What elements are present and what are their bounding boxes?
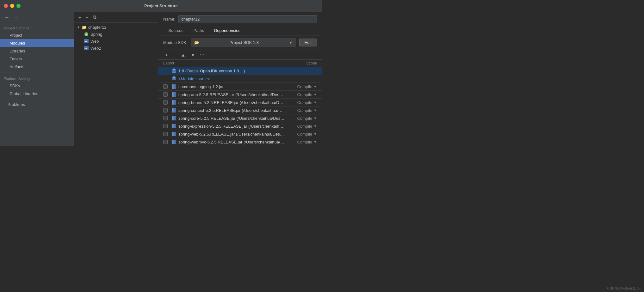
- dep-spring-core-scope: Compile ▼: [285, 116, 317, 121]
- tree-item-web[interactable]: W Web: [74, 38, 158, 45]
- scope-dropdown-arrow: ▼: [313, 100, 317, 104]
- dep-spring-core-checkbox[interactable]: [163, 116, 168, 120]
- dep-commons-name: commons-logging-1.2.jar: [178, 84, 285, 89]
- dep-row-jdk[interactable]: 1.8 (Oracle OpenJDK version 1.8....): [158, 67, 322, 75]
- dep-spring-webmvc-scope: Compile ▼: [285, 140, 317, 144]
- tree-expand-arrow: ▼: [77, 26, 80, 29]
- forward-button[interactable]: →: [13, 14, 20, 21]
- sidebar-item-facets[interactable]: Facets: [0, 55, 74, 63]
- sidebar-item-modules[interactable]: Modules: [0, 39, 74, 47]
- svg-text:W: W: [84, 40, 87, 43]
- dep-spring-beans-scope: Compile ▼: [285, 100, 317, 105]
- spring-icon: S: [84, 32, 89, 37]
- tree-remove-button[interactable]: −: [84, 14, 90, 21]
- sidebar-item-artifacts[interactable]: Artifacts: [0, 63, 74, 71]
- web2-icon: W: [84, 46, 89, 51]
- sidebar-item-libraries[interactable]: Libraries: [0, 47, 74, 55]
- edit-button[interactable]: Edit: [299, 39, 317, 46]
- svg-rect-7: [173, 69, 175, 70]
- maximize-button[interactable]: [16, 4, 21, 8]
- minimize-button[interactable]: [10, 4, 14, 8]
- jdk-icon: [171, 68, 176, 73]
- project-settings-label: Project Settings: [0, 23, 74, 31]
- dep-spring-web-name: spring-web-5.2.5.RELEASE.jar (/Users/che…: [178, 132, 285, 137]
- svg-rect-23: [175, 108, 176, 113]
- back-button[interactable]: ←: [3, 14, 11, 21]
- tree-root-label: chapter12: [88, 25, 107, 30]
- module-src-icon: [171, 76, 176, 81]
- dep-spring-web-checkbox[interactable]: [163, 132, 168, 136]
- dep-up-button[interactable]: ▲: [179, 52, 188, 58]
- sidebar-item-global-libraries[interactable]: Global Libraries: [0, 90, 74, 98]
- dep-row-module-src[interactable]: <Module source>: [158, 75, 322, 83]
- svg-rect-33: [172, 140, 173, 144]
- dep-spring-expression-checkbox[interactable]: [163, 124, 168, 128]
- traffic-lights: [4, 4, 21, 8]
- name-input[interactable]: [178, 15, 317, 23]
- dep-spring-aop-checkbox[interactable]: [163, 92, 168, 97]
- sidebar-item-sdks-label: SDKs: [9, 83, 20, 88]
- dep-spring-beans-checkbox[interactable]: [163, 100, 168, 105]
- dep-table-header: Export Scope: [158, 60, 322, 67]
- dep-add-button[interactable]: +: [163, 52, 170, 58]
- dep-spring-aop-scope: Compile ▼: [285, 92, 317, 97]
- svg-text:S: S: [85, 33, 87, 36]
- dep-down-button[interactable]: ▼: [189, 52, 197, 58]
- dep-spring-expression-scope: Compile ▼: [285, 124, 317, 129]
- dep-row-spring-context[interactable]: spring-context-5.2.5.RELEASE.jar (/Users…: [158, 106, 322, 114]
- svg-rect-11: [173, 76, 175, 78]
- jar-icon-spring-beans: [171, 100, 176, 105]
- content-header: Name: Sources Paths Dependencies: [158, 12, 322, 35]
- dep-edit-button[interactable]: ✏: [198, 51, 206, 58]
- svg-rect-30: [172, 132, 173, 136]
- dep-commons-checkbox[interactable]: [163, 84, 168, 89]
- svg-rect-15: [172, 92, 173, 97]
- tree-content: ▼ 📁 chapter12 S Spring W Web: [74, 22, 158, 146]
- close-button[interactable]: [4, 4, 8, 8]
- dep-spring-expression-name: spring-expression-5.2.5.RELEASE.jar (/Us…: [178, 124, 285, 129]
- sidebar-item-project[interactable]: Project: [0, 31, 74, 39]
- sidebar-item-sdks[interactable]: SDKs: [0, 82, 74, 90]
- dep-spring-context-checkbox[interactable]: [163, 108, 168, 113]
- tab-paths[interactable]: Paths: [189, 26, 209, 35]
- scope-dropdown-arrow: ▼: [313, 132, 317, 136]
- scope-dropdown-arrow: ▼: [313, 124, 317, 128]
- dep-row-spring-web[interactable]: spring-web-5.2.5.RELEASE.jar (/Users/che…: [158, 130, 322, 138]
- scope-dropdown-arrow: ▼: [313, 85, 317, 88]
- dep-row-spring-core[interactable]: spring-core-5.2.5.RELEASE.jar (/Users/ch…: [158, 114, 322, 122]
- tree-item-web2[interactable]: W Web2: [74, 45, 158, 52]
- sdk-dropdown[interactable]: 📂 Project SDK 1.8 ▼: [191, 39, 296, 46]
- dep-row-spring-beans[interactable]: spring-beans-5.2.5.RELEASE.jar (/Users/c…: [158, 99, 322, 106]
- svg-rect-25: [173, 116, 175, 120]
- dep-row-commons[interactable]: commons-logging-1.2.jar Compile ▼: [158, 83, 322, 91]
- tab-sources[interactable]: Sources: [163, 26, 189, 35]
- folder-icon: 📁: [82, 25, 87, 30]
- dep-row-spring-aop[interactable]: spring-aop-5.2.5.RELEASE.jar (/Users/che…: [158, 91, 322, 99]
- scope-dropdown-arrow: ▼: [313, 93, 317, 96]
- sidebar-item-artifacts-label: Artifacts: [9, 64, 24, 69]
- web-icon: W: [84, 39, 89, 44]
- dep-module-src-name: <Module source>: [178, 76, 285, 81]
- dep-spring-webmvc-checkbox[interactable]: [163, 140, 168, 144]
- svg-rect-8: [172, 72, 174, 73]
- tree-item-spring[interactable]: S Spring: [74, 31, 158, 38]
- window-title: Project Structure: [144, 3, 177, 8]
- tree-root-item[interactable]: ▼ 📁 chapter12: [74, 24, 158, 31]
- dep-spring-web-scope: Compile ▼: [285, 132, 317, 137]
- tree-add-button[interactable]: +: [77, 14, 83, 21]
- dep-spring-context-scope: Compile ▼: [285, 108, 317, 113]
- tree-copy-button[interactable]: ⧉: [91, 14, 98, 21]
- chevron-down-icon: ▼: [289, 41, 293, 45]
- tree-item-spring-label: Spring: [90, 32, 102, 37]
- sdk-row: Module SDK: 📂 Project SDK 1.8 ▼ Edit: [158, 35, 322, 50]
- dep-commons-scope: Compile ▼: [285, 84, 317, 89]
- tab-dependencies[interactable]: Dependencies: [209, 26, 245, 35]
- dep-remove-button[interactable]: −: [171, 52, 178, 58]
- sidebar-item-problems[interactable]: Problems: [0, 100, 74, 108]
- dep-spring-core-name: spring-core-5.2.5.RELEASE.jar (/Users/ch…: [178, 116, 285, 121]
- svg-rect-34: [173, 140, 175, 144]
- dep-row-spring-expression[interactable]: spring-expression-5.2.5.RELEASE.jar (/Us…: [158, 122, 322, 130]
- dep-row-spring-webmvc[interactable]: spring-webmvc-5.2.5.RELEASE.jar (/Users/…: [158, 138, 322, 146]
- jar-icon-commons: [171, 84, 176, 89]
- sidebar: ← → Project Settings Project Modules Lib…: [0, 12, 74, 146]
